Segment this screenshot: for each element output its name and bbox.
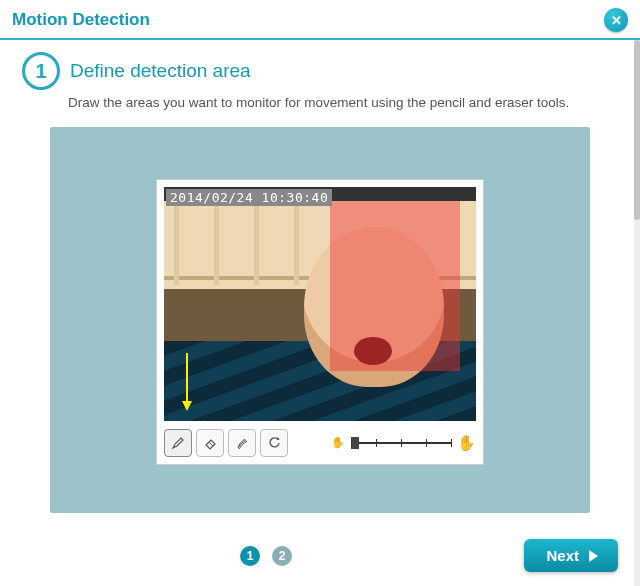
pager: 1 2 — [240, 546, 292, 566]
dialog-header: Motion Detection ✕ — [0, 0, 640, 40]
sensitivity-slider[interactable]: ✋ ✋ — [331, 434, 476, 452]
dialog-title: Motion Detection — [12, 10, 150, 30]
hand-large-icon: ✋ — [457, 434, 476, 452]
scrollbar-thumb[interactable] — [634, 40, 640, 220]
step-title: Define detection area — [70, 60, 251, 82]
preview-panel: 2014/02/24 10:30:40 — [156, 179, 484, 465]
page-1-button[interactable]: 1 — [240, 546, 260, 566]
slider-knob[interactable] — [351, 437, 359, 449]
page-2-button[interactable]: 2 — [272, 546, 292, 566]
slider-track[interactable] — [351, 442, 451, 444]
crib-bar — [174, 201, 179, 285]
video-frame[interactable]: 2014/02/24 10:30:40 — [164, 187, 476, 421]
refresh-icon — [267, 435, 282, 450]
detection-area-overlay[interactable] — [330, 201, 460, 371]
scrollbar[interactable] — [634, 40, 640, 586]
canvas-area: 2014/02/24 10:30:40 — [50, 127, 590, 513]
footer: 1 2 Next — [0, 539, 640, 572]
refresh-tool-button[interactable] — [260, 429, 288, 457]
step-header: 1 Define detection area — [22, 52, 618, 90]
hand-small-icon: ✋ — [331, 436, 345, 449]
pencil-tool-button[interactable] — [164, 429, 192, 457]
crib-bar — [214, 201, 219, 285]
eraser-tool-button[interactable] — [196, 429, 224, 457]
brush-tool-button[interactable] — [228, 429, 256, 457]
step-description: Draw the areas you want to monitor for m… — [68, 94, 618, 113]
svg-line-2 — [209, 442, 213, 446]
next-label: Next — [546, 547, 579, 564]
next-button[interactable]: Next — [524, 539, 618, 572]
step-number-badge: 1 — [22, 52, 60, 90]
svg-marker-3 — [277, 437, 280, 440]
arrow-down-icon — [182, 353, 192, 411]
next-arrow-icon — [589, 550, 598, 562]
video-timestamp: 2014/02/24 10:30:40 — [166, 189, 332, 206]
brush-icon — [235, 435, 250, 450]
svg-marker-1 — [182, 401, 192, 411]
pencil-icon — [171, 435, 186, 450]
crib-bar — [254, 201, 259, 285]
crib-bar — [294, 201, 299, 285]
close-icon: ✕ — [611, 13, 622, 28]
eraser-icon — [203, 435, 218, 450]
close-button[interactable]: ✕ — [604, 8, 628, 32]
tool-row: ✋ ✋ — [164, 421, 476, 457]
content-area: 1 Define detection area Draw the areas y… — [0, 40, 640, 513]
